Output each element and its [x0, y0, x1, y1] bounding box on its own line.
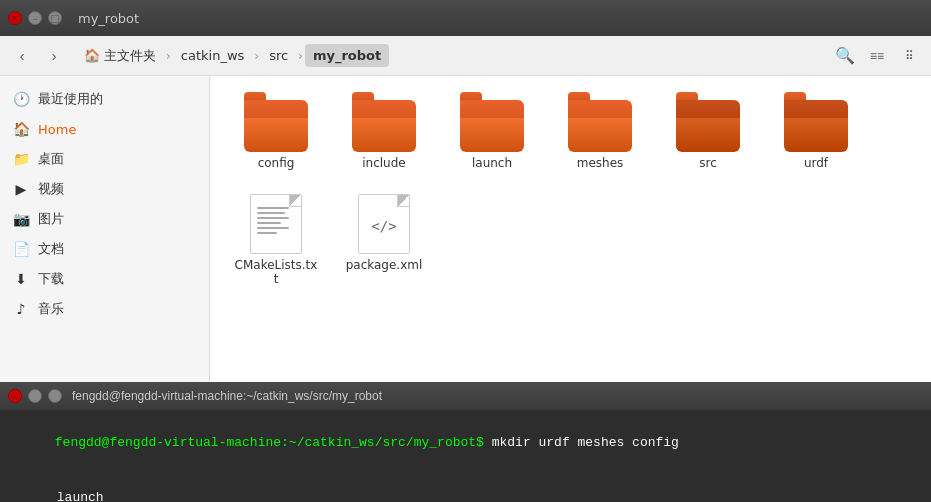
breadcrumb-my-robot-label: my_robot: [313, 48, 381, 63]
sidebar-downloads-label: 下载: [38, 270, 64, 288]
sidebar-desktop-label: 桌面: [38, 150, 64, 168]
file-label-launch: launch: [472, 156, 512, 170]
terminal-title: fengdd@fengdd-virtual-machine:~/catkin_w…: [72, 389, 382, 403]
file-label-cmake: CMakeLists.txt: [234, 258, 318, 286]
maximize-button[interactable]: □: [48, 11, 62, 25]
minimize-button[interactable]: –: [28, 11, 42, 25]
sidebar-item-music[interactable]: ♪ 音乐: [0, 294, 209, 324]
folder-icon-src: [676, 100, 740, 152]
sidebar-music-label: 音乐: [38, 300, 64, 318]
sidebar-recent-label: 最近使用的: [38, 90, 103, 108]
folder-icon-launch: [460, 100, 524, 152]
download-icon: ⬇: [12, 270, 30, 288]
sidebar-item-videos[interactable]: ▶ 视频: [0, 174, 209, 204]
window-title: my_robot: [78, 11, 139, 26]
file-label-config: config: [258, 156, 295, 170]
file-label-src: src: [699, 156, 717, 170]
back-button[interactable]: ‹: [8, 42, 36, 70]
file-label-package: package.xml: [346, 258, 423, 272]
sidebar-home-label: Home: [38, 122, 76, 137]
breadcrumb-catkin-ws[interactable]: catkin_ws: [173, 44, 253, 67]
terminal-titlebar: ✕ fengdd@fengdd-virtual-machine:~/catkin…: [0, 382, 931, 410]
file-cmake[interactable]: CMakeLists.txt: [226, 186, 326, 294]
sidebar-item-docs[interactable]: 📄 文档: [0, 234, 209, 264]
xml-file-icon: </>: [358, 194, 410, 254]
sidebar-item-home[interactable]: 🏠 Home: [0, 114, 209, 144]
file-label-include: include: [362, 156, 405, 170]
breadcrumb-home[interactable]: 🏠 主文件夹: [76, 43, 164, 69]
home-icon: 🏠: [84, 48, 100, 63]
sidebar-item-photos[interactable]: 📷 图片: [0, 204, 209, 234]
music-icon: ♪: [12, 300, 30, 318]
file-config[interactable]: config: [226, 92, 326, 178]
terminal-cmd-2: launch: [55, 490, 104, 502]
sidebar-photos-label: 图片: [38, 210, 64, 228]
title-bar: ✕ – □ my_robot: [0, 0, 931, 36]
breadcrumb-src[interactable]: src: [261, 44, 296, 67]
clock-icon: 🕐: [12, 90, 30, 108]
list-view-button[interactable]: ≡≡: [863, 42, 891, 70]
sidebar-item-recent[interactable]: 🕐 最近使用的: [0, 84, 209, 114]
folder-icon-config: [244, 100, 308, 152]
terminal-line-1: fengdd@fengdd-virtual-machine:~/catkin_w…: [8, 416, 923, 471]
video-icon: ▶: [12, 180, 30, 198]
file-meshes[interactable]: meshes: [550, 92, 650, 178]
terminal-close-button[interactable]: ✕: [8, 389, 22, 403]
breadcrumb: 🏠 主文件夹 › catkin_ws › src › my_robot: [76, 43, 389, 69]
terminal-body: fengdd@fengdd-virtual-machine:~/catkin_w…: [0, 410, 931, 502]
file-include[interactable]: include: [334, 92, 434, 178]
terminal: ✕ fengdd@fengdd-virtual-machine:~/catkin…: [0, 382, 931, 502]
close-button[interactable]: ✕: [8, 11, 22, 25]
file-package[interactable]: </> package.xml: [334, 186, 434, 294]
sidebar-item-downloads[interactable]: ⬇ 下载: [0, 264, 209, 294]
sidebar-videos-label: 视频: [38, 180, 64, 198]
terminal-line-2: launch: [8, 471, 923, 502]
home-sidebar-icon: 🏠: [12, 120, 30, 138]
breadcrumb-catkin-ws-label: catkin_ws: [181, 48, 245, 63]
file-area: config include launch: [210, 76, 931, 382]
terminal-min-button[interactable]: [28, 389, 42, 403]
search-button[interactable]: 🔍: [831, 42, 859, 70]
file-src[interactable]: src: [658, 92, 758, 178]
sidebar-docs-label: 文档: [38, 240, 64, 258]
breadcrumb-home-label: 主文件夹: [104, 47, 156, 65]
grid-view-button[interactable]: ⠿: [895, 42, 923, 70]
doc-icon: 📄: [12, 240, 30, 258]
terminal-cmd-1: mkdir urdf meshes config: [484, 435, 679, 450]
sidebar: 🕐 最近使用的 🏠 Home 📁 桌面 ▶ 视频 📷 图片 📄 文档 ⬇ 下载 …: [0, 76, 210, 382]
file-label-urdf: urdf: [804, 156, 828, 170]
forward-button[interactable]: ›: [40, 42, 68, 70]
file-launch[interactable]: launch: [442, 92, 542, 178]
txt-file-icon: [250, 194, 302, 254]
folder-icon-meshes: [568, 100, 632, 152]
folder-icon-urdf: [784, 100, 848, 152]
folder-icon-include: [352, 100, 416, 152]
desktop-icon: 📁: [12, 150, 30, 168]
window-controls: ✕ – □: [8, 11, 62, 25]
main-layout: 🕐 最近使用的 🏠 Home 📁 桌面 ▶ 视频 📷 图片 📄 文档 ⬇ 下载 …: [0, 76, 931, 382]
file-urdf[interactable]: urdf: [766, 92, 866, 178]
file-label-meshes: meshes: [577, 156, 624, 170]
terminal-prompt-1: fengdd@fengdd-virtual-machine:~/catkin_w…: [55, 435, 484, 450]
terminal-max-button[interactable]: [48, 389, 62, 403]
sidebar-item-desktop[interactable]: 📁 桌面: [0, 144, 209, 174]
photo-icon: 📷: [12, 210, 30, 228]
breadcrumb-my-robot[interactable]: my_robot: [305, 44, 389, 67]
toolbar: ‹ › 🏠 主文件夹 › catkin_ws › src › my_robot …: [0, 36, 931, 76]
breadcrumb-src-label: src: [269, 48, 288, 63]
